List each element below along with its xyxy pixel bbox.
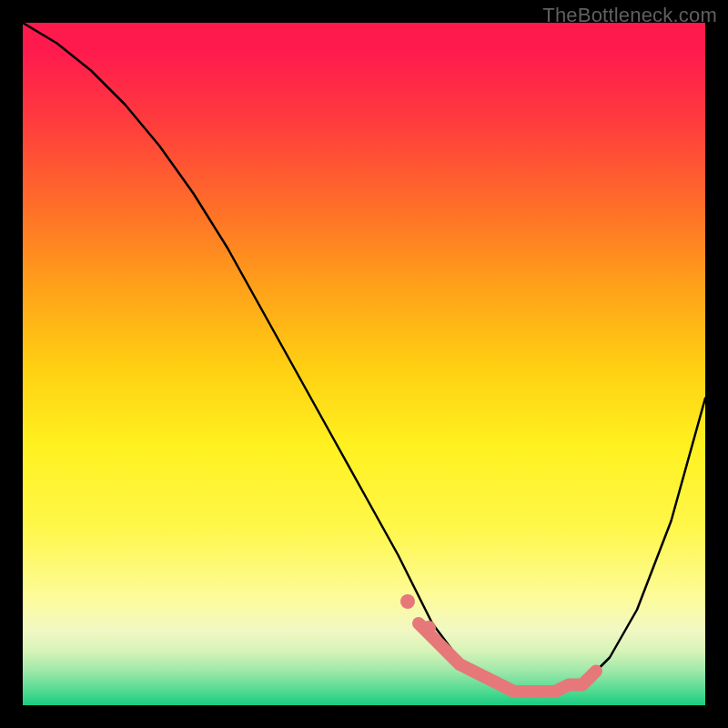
chart-frame: TheBottleneck.com [0, 0, 728, 728]
curve-layer [23, 23, 705, 705]
marker-dot [421, 621, 436, 635]
plot-area [23, 23, 705, 705]
watermark-text: TheBottleneck.com [542, 4, 717, 27]
marker-dot [400, 594, 415, 609]
optimal-range-marker [419, 623, 596, 692]
bottleneck-curve [23, 23, 705, 692]
